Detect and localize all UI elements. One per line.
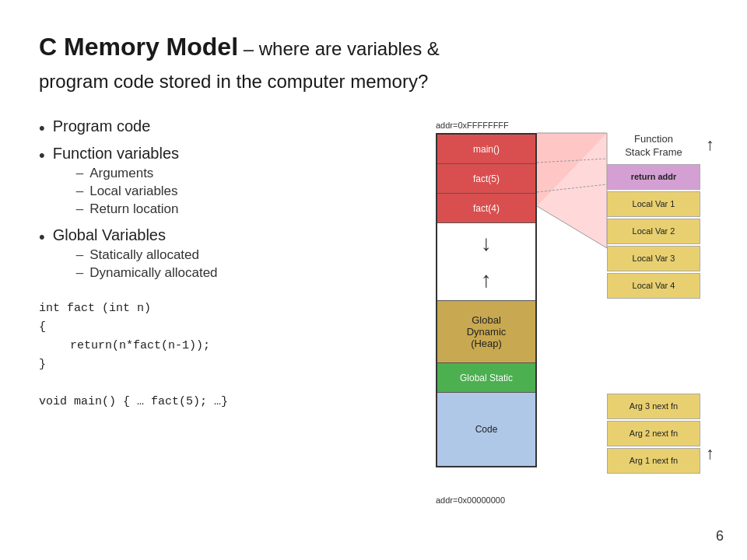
- slide: C Memory Model – where are variables & p…: [0, 0, 747, 560]
- stack-arg2: Arg 2 next fn: [607, 421, 700, 446]
- sub-statically: Statically allocated: [76, 247, 218, 263]
- code-line-2: {: [39, 318, 342, 337]
- arrow-up-icon: ↑: [481, 268, 492, 292]
- sub-dynamically: Dynamically allocated: [76, 265, 218, 281]
- mem-code: Code: [437, 393, 535, 466]
- code-line-3: return(n*fact(n-1));: [70, 337, 342, 355]
- code-line-5: [39, 374, 342, 393]
- svg-marker-0: [537, 133, 607, 206]
- sub-local-variables: Local variables: [76, 184, 179, 199]
- stack-gap: [607, 300, 700, 394]
- stack-frame-title: FunctionStack Frame: [607, 133, 700, 159]
- stack-arrow-down: ↑: [706, 443, 714, 464]
- memory-column: main() fact(5) fact(4) ↓ ↑ Global Dynami…: [436, 133, 537, 467]
- stack-local-var-1: Local Var 1: [607, 191, 700, 217]
- sub-arguments: Arguments: [76, 166, 179, 181]
- title-bold: C Memory Model: [39, 33, 238, 61]
- stack-local-var-4: Local Var 4: [607, 273, 700, 299]
- svg-line-3: [537, 159, 607, 163]
- stack-arg1: Arg 1 next fn: [607, 448, 700, 474]
- sub-return-location: Return location: [76, 201, 179, 217]
- slide-title: C Memory Model – where are variables & p…: [39, 31, 475, 96]
- mem-fact4: fact(4): [437, 194, 535, 223]
- stack-local-var-3: Local Var 3: [607, 246, 700, 271]
- code-line-4: }: [39, 355, 342, 374]
- arrow-down-icon: ↓: [481, 231, 492, 256]
- page-number: 6: [716, 528, 724, 544]
- mem-arrow-area: ↓ ↑: [437, 223, 535, 301]
- bullet-function-variables: Function variables Arguments Local varia…: [39, 145, 342, 220]
- left-panel: Program code Function variables Argument…: [39, 117, 342, 411]
- addr-top-label: addr=0xFFFFFFFF: [436, 121, 509, 130]
- mem-global: Global Dynamic (Heap): [437, 301, 535, 363]
- addr-bottom-label: addr=0x00000000: [436, 495, 505, 505]
- bullet-global-variables: Global Variables Statically allocated Dy…: [39, 226, 342, 284]
- stack-arrow-up: ↑: [706, 135, 714, 155]
- code-block: int fact (int n) { return(n*fact(n-1)); …: [39, 299, 342, 411]
- mem-static: Global Static: [437, 363, 535, 393]
- svg-line-5: [537, 206, 607, 248]
- stack-arg3: Arg 3 next fn: [607, 394, 700, 419]
- code-line-1: int fact (int n): [39, 299, 342, 318]
- bullet-list: Program code Function variables Argument…: [39, 117, 342, 284]
- bullet-program-code: Program code: [39, 117, 342, 138]
- sub-list-function: Arguments Local variables Return locatio…: [76, 166, 179, 217]
- sub-list-global: Statically allocated Dynamically allocat…: [76, 247, 218, 281]
- mem-main: main(): [437, 135, 535, 164]
- stack-return-addr: return addr: [607, 164, 700, 190]
- mem-fact5: fact(5): [437, 164, 535, 194]
- svg-line-4: [537, 184, 607, 192]
- memory-diagram: addr=0xFFFFFFFF main() fact(5) fact(4) ↓…: [366, 117, 700, 491]
- stack-frame: FunctionStack Frame return addr Local Va…: [607, 133, 700, 475]
- content-area: Program code Function variables Argument…: [39, 117, 708, 491]
- code-line-6: void main() { … fact(5); …}: [39, 393, 342, 411]
- stack-local-var-2: Local Var 2: [607, 219, 700, 244]
- right-panel: addr=0xFFFFFFFF main() fact(5) fact(4) ↓…: [366, 117, 700, 491]
- svg-marker-1: [537, 133, 607, 248]
